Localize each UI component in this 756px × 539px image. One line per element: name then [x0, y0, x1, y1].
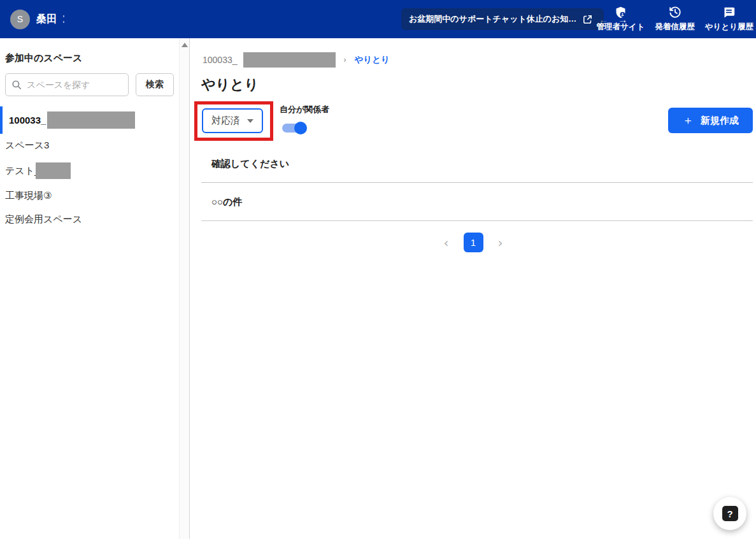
- breadcrumb-current-link[interactable]: やりとり: [355, 54, 390, 66]
- sidebar-item-regular-meeting-space[interactable]: 定例会用スペース: [0, 208, 189, 231]
- shield-person-icon: [614, 5, 627, 19]
- history-clock-icon: [668, 5, 682, 19]
- create-new-button-label: 新規作成: [701, 115, 739, 127]
- space-item-label: 工事現場③: [5, 190, 52, 202]
- status-filter-value: 対応済: [211, 115, 240, 127]
- topnav-item-call-history[interactable]: 発着信履歴: [655, 5, 695, 32]
- topnav-label: やりとり履歴: [705, 22, 753, 32]
- space-search-input[interactable]: [27, 80, 116, 90]
- pagination: ‹ 1 ›: [190, 233, 756, 252]
- list-section-header: 確認してください: [201, 150, 753, 183]
- breadcrumb: 100033_ › やりとり: [203, 52, 390, 68]
- sidebar-scrollbar[interactable]: [179, 38, 189, 539]
- avatar: S: [10, 10, 30, 29]
- sidebar: 参加中のスペース 検索 100033_ スペース3 テスト_ 工事現場③: [0, 38, 190, 539]
- topnav-label: 管理者サイト: [596, 22, 645, 32]
- topbar: S 桑田 お盆期間中のサポートチャット休止のお知… ← → 管理者サイト: [0, 0, 756, 38]
- redaction-box: [36, 162, 71, 179]
- chat-bubble-icon: [722, 5, 736, 19]
- page-title: やりとり: [201, 75, 259, 94]
- breadcrumb-separator: ›: [344, 55, 346, 64]
- notification-banner-text: お盆期間中のサポートチャット休止のお知…: [409, 13, 576, 25]
- redaction-box: [47, 111, 135, 129]
- sidebar-item-test-space[interactable]: テスト_: [0, 157, 189, 184]
- space-search-box[interactable]: [5, 73, 129, 96]
- pagination-prev-button[interactable]: ‹: [444, 236, 449, 249]
- involved-toggle-switch[interactable]: [282, 124, 305, 133]
- involved-toggle-label: 自分が関係者: [280, 104, 329, 115]
- help-button[interactable]: ?: [713, 497, 746, 530]
- sidebar-heading: 参加中のスペース: [5, 52, 184, 64]
- chevron-down-icon: [247, 119, 253, 123]
- sidebar-item-space-100033[interactable]: 100033_: [0, 106, 189, 134]
- topnav-item-message-history[interactable]: やりとり履歴: [705, 5, 753, 32]
- user-block: S 桑田: [10, 0, 65, 38]
- topnav: 管理者サイト 発着信履歴 やりとり履歴: [596, 5, 753, 32]
- help-question-icon: ?: [722, 506, 738, 521]
- pagination-next-button[interactable]: ›: [498, 236, 503, 249]
- scroll-up-icon[interactable]: [182, 43, 188, 47]
- username: 桑田: [36, 13, 57, 26]
- search-icon: [11, 79, 22, 90]
- notification-banner[interactable]: お盆期間中のサポートチャット休止のお知… ← →: [401, 8, 604, 30]
- involved-toggle-group: 自分が関係者: [280, 104, 329, 133]
- list-item[interactable]: ○○の件: [201, 183, 753, 221]
- topnav-label: 発着信履歴: [655, 22, 695, 32]
- plus-icon: ＋: [682, 113, 694, 128]
- status-filter-dropdown[interactable]: 対応済: [202, 108, 263, 133]
- space-search-row: 検索: [5, 73, 184, 96]
- external-link-icon: [582, 14, 593, 25]
- main-content: 100033_ › やりとり やりとり 対応済 自分が関係者 ＋ 新規作成 確認…: [190, 38, 756, 539]
- breadcrumb-parent-link[interactable]: 100033_: [203, 55, 238, 65]
- annotation-red-box: 対応済: [194, 101, 273, 141]
- topnav-item-admin-site[interactable]: 管理者サイト: [596, 5, 645, 32]
- space-item-label: テスト_: [5, 165, 39, 177]
- sidebar-item-space-3[interactable]: スペース3: [0, 134, 189, 157]
- sidebar-item-construction-site-3[interactable]: 工事現場③: [0, 184, 189, 208]
- space-item-label: 定例会用スペース: [5, 213, 82, 226]
- pagination-page-1[interactable]: 1: [464, 233, 483, 252]
- space-item-label: スペース3: [5, 140, 49, 152]
- username-partial-glyph: [63, 14, 65, 24]
- search-button[interactable]: 検索: [136, 73, 174, 96]
- toggle-knob: [294, 122, 307, 134]
- space-list: 100033_ スペース3 テスト_ 工事現場③ 定例会用スペース: [0, 106, 189, 231]
- create-new-button[interactable]: ＋ 新規作成: [668, 108, 753, 133]
- redaction-box: [243, 52, 336, 68]
- conversation-list: 確認してください ○○の件: [201, 150, 753, 221]
- space-item-label: 100033_: [9, 115, 46, 126]
